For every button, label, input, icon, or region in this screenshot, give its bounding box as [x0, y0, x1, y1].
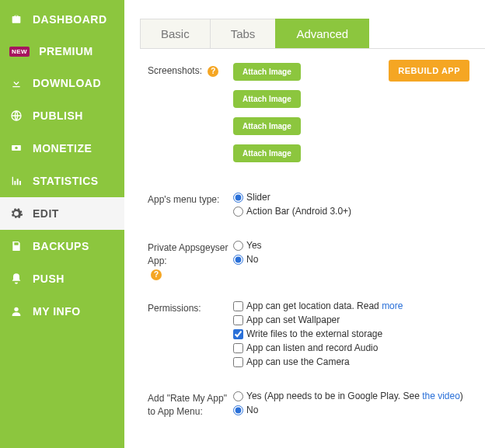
radio-rate-no[interactable]: No — [233, 405, 469, 415]
perm-location-checkbox[interactable] — [233, 301, 243, 311]
sidebar-item-statistics[interactable]: STATISTICS — [0, 165, 124, 197]
sidebar: DASHBOARD NEW PREMIUM DOWNLOAD PUBLISH M… — [0, 0, 124, 448]
attach-image-button-4[interactable]: Attach Image — [233, 144, 301, 162]
tab-basic[interactable]: Basic — [140, 19, 211, 48]
radio-slider[interactable]: Slider — [233, 192, 469, 203]
see-video-link[interactable]: the video — [422, 391, 460, 401]
read-more-link[interactable]: more — [382, 300, 403, 311]
radio-rate-no-input[interactable] — [233, 405, 243, 415]
bell-icon — [9, 272, 23, 286]
attach-image-button-2[interactable]: Attach Image — [233, 90, 301, 108]
perm-audio[interactable]: App can listen and record Audio — [233, 342, 469, 353]
sidebar-item-edit[interactable]: EDIT — [0, 197, 124, 230]
row-private: Private Appsgeyser App: ? Yes No — [148, 240, 469, 280]
menu-type-label: App's menu type: — [148, 192, 233, 220]
perm-camera[interactable]: App can use the Camera — [233, 356, 469, 367]
sidebar-item-myinfo[interactable]: MY INFO — [0, 295, 124, 328]
sidebar-item-label: MY INFO — [33, 305, 81, 318]
tab-tabs[interactable]: Tabs — [210, 19, 277, 48]
radio-slider-input[interactable] — [233, 193, 243, 203]
perm-location[interactable]: App can get location data. Read more — [233, 300, 469, 311]
sidebar-item-label: BACKUPS — [33, 240, 89, 252]
sidebar-item-premium[interactable]: NEW PREMIUM — [0, 36, 124, 67]
radio-private-yes-input[interactable] — [233, 241, 243, 251]
gear-icon — [9, 207, 23, 221]
radio-private-yes[interactable]: Yes — [233, 240, 469, 251]
row-menu-type: App's menu type: Slider Action Bar (Andr… — [148, 192, 469, 220]
new-badge-icon: NEW — [9, 47, 30, 57]
user-icon — [9, 304, 23, 318]
radio-rate-yes[interactable]: Yes (App needs to be in Google Play. See… — [233, 391, 469, 401]
sidebar-item-label: PUBLISH — [33, 109, 83, 122]
download-icon — [9, 76, 23, 90]
radio-rate-yes-input[interactable] — [233, 391, 243, 401]
attach-image-button-1[interactable]: Attach Image — [233, 63, 301, 81]
sidebar-item-label: DOWNLOAD — [33, 77, 101, 89]
sidebar-item-push[interactable]: PUSH — [0, 262, 124, 295]
sidebar-item-label: PREMIUM — [39, 45, 93, 57]
content: REBUILD APP Screenshots: ? Attach Image … — [124, 49, 485, 426]
sidebar-item-monetize[interactable]: MONETIZE — [0, 132, 124, 165]
attach-image-button-3[interactable]: Attach Image — [233, 117, 301, 135]
sidebar-item-label: STATISTICS — [33, 175, 99, 187]
perm-camera-checkbox[interactable] — [233, 357, 243, 367]
sidebar-item-label: EDIT — [33, 207, 59, 220]
perm-wallpaper-checkbox[interactable] — [233, 315, 243, 325]
svg-point-3 — [14, 307, 18, 311]
perm-write-storage-checkbox[interactable] — [233, 329, 243, 339]
perm-write-storage[interactable]: Write files to the external storage — [233, 328, 469, 339]
help-icon[interactable]: ? — [151, 269, 162, 280]
money-icon — [9, 141, 23, 155]
sidebar-item-dashboard[interactable]: DASHBOARD — [0, 3, 124, 36]
sidebar-item-publish[interactable]: PUBLISH — [0, 99, 124, 132]
rate-label: Add "Rate My App" to App Menu: — [148, 391, 233, 418]
private-label: Private Appsgeyser App: ? — [148, 240, 233, 280]
globe-icon — [9, 109, 23, 123]
radio-private-no[interactable]: No — [233, 254, 469, 265]
row-permissions: Permissions: App can get location data. … — [148, 300, 469, 370]
tab-advanced[interactable]: Advanced — [275, 19, 369, 48]
radio-actionbar[interactable]: Action Bar (Android 3.0+) — [233, 206, 469, 217]
main: Basic Tabs Advanced REBUILD APP Screensh… — [124, 0, 485, 448]
chart-icon — [9, 174, 23, 188]
radio-actionbar-input[interactable] — [233, 207, 243, 217]
briefcase-icon — [9, 12, 23, 26]
row-rate-my-app: Add "Rate My App" to App Menu: Yes (App … — [148, 391, 469, 418]
save-icon — [9, 239, 23, 253]
perm-wallpaper[interactable]: App can set Wallpaper — [233, 314, 469, 325]
sidebar-item-label: DASHBOARD — [33, 13, 107, 26]
sidebar-item-label: MONETIZE — [33, 142, 92, 155]
rebuild-app-button[interactable]: REBUILD APP — [389, 60, 469, 82]
sidebar-item-backups[interactable]: BACKUPS — [0, 230, 124, 262]
help-icon[interactable]: ? — [208, 66, 218, 77]
tabs: Basic Tabs Advanced — [140, 19, 485, 49]
sidebar-item-download[interactable]: DOWNLOAD — [0, 67, 124, 99]
sidebar-item-label: PUSH — [33, 273, 65, 285]
radio-private-no-input[interactable] — [233, 255, 243, 265]
screenshots-label: Screenshots: ? — [148, 63, 233, 172]
perm-audio-checkbox[interactable] — [233, 343, 243, 353]
permissions-label: Permissions: — [148, 300, 233, 370]
svg-point-2 — [15, 147, 18, 150]
